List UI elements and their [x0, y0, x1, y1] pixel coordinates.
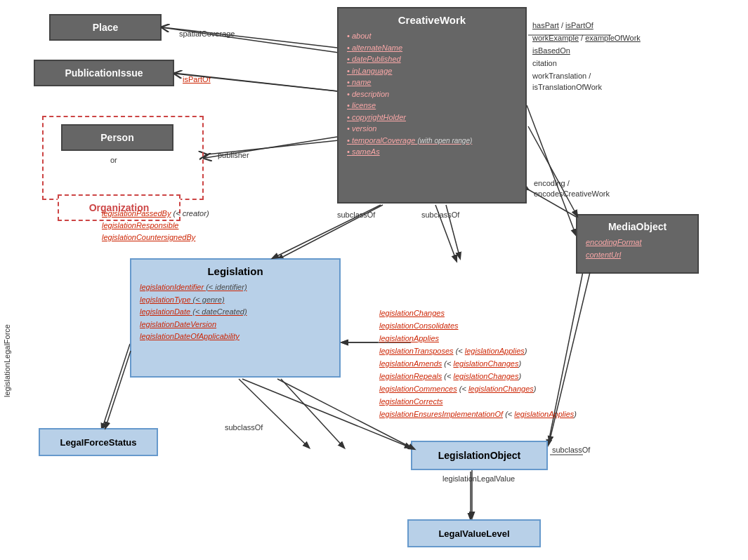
legislation-consolidates-label: legislationConsolidates — [379, 321, 459, 330]
media-object-properties: encodingFormat contentUrl — [586, 236, 689, 261]
encoding-label: encoding / — [534, 179, 570, 187]
leg-date-version: legislationDateVersion — [140, 319, 331, 331]
place-node: Place — [49, 14, 162, 41]
svg-line-7 — [239, 379, 309, 448]
legislation-passed-by-label: legislationPassedBy (< creator) — [102, 209, 209, 218]
person-node: Person — [61, 124, 173, 151]
cw-date-published: datePublished — [347, 53, 517, 65]
svg-line-24 — [105, 351, 131, 428]
leg-date: legislationDate (< dateCreated) — [140, 306, 331, 319]
subclass-of-4-label: subclassOf — [552, 446, 590, 454]
citation-label: citation — [532, 59, 557, 67]
legislation-object-label: LegislationObject — [438, 450, 520, 461]
publication-issue-node: PublicationIssue — [34, 60, 174, 86]
cw-copyright-holder: copyrightHolder — [347, 112, 517, 124]
legal-value-level-label: LegalValueLevel — [438, 528, 509, 539]
legislation-changes-label: legislationChanges — [379, 309, 445, 317]
media-object-node: MediaObject encodingFormat contentUrl — [576, 214, 699, 274]
cw-in-language: inLanguage — [347, 65, 517, 77]
svg-line-8 — [281, 379, 344, 448]
person-label: Person — [100, 132, 133, 143]
subclass-of-3-label: subclassOf — [225, 423, 263, 432]
mo-encoding-format: encodingFormat — [586, 236, 689, 249]
creative-work-node: CreativeWork about alternateName datePub… — [337, 7, 527, 204]
encodes-creative-work-label: encodesCreativeWork — [534, 189, 610, 198]
legislation-ensures-label: legislationEnsuresImplementationOf (< le… — [379, 410, 577, 418]
cw-version: version — [347, 123, 517, 135]
legislation-properties: legislationIdentifier (< identifier) leg… — [140, 281, 331, 343]
svg-line-5 — [527, 105, 576, 235]
leg-identifier: legislationIdentifier (< identifier) — [140, 281, 331, 294]
mo-content-url: contentUrl — [586, 249, 689, 262]
cw-description: description — [347, 88, 517, 100]
legislation-legal-value-label: legislationLegalValue — [442, 474, 515, 483]
is-part-of-label: isPartOf — [183, 75, 211, 84]
legislation-node: Legislation legislationIdentifier (< ide… — [130, 258, 341, 378]
work-translation-label: workTranslation / — [532, 72, 591, 80]
place-label: Place — [93, 22, 119, 33]
cw-license: license — [347, 100, 517, 112]
spatial-coverage-label: spatialCoverage — [179, 29, 235, 38]
media-object-title: MediaObject — [586, 221, 689, 232]
legal-force-status-label: LegalForceStatus — [60, 437, 136, 448]
legislation-amends-label: legislationAmends (< legislationChanges) — [379, 359, 521, 368]
legislation-responsible-label: legislationResponsible — [102, 221, 178, 229]
svg-line-6 — [548, 272, 583, 446]
svg-line-9 — [102, 344, 130, 429]
legal-value-level-node: LegalValueLevel — [407, 519, 541, 547]
creative-work-properties: about alternateName datePublished inLang… — [347, 30, 517, 158]
leg-date-applicability: legislationDateOfApplicability — [140, 331, 331, 343]
work-example-label: workExample / exampleOfWork — [532, 34, 641, 42]
legislation-object-node: LegislationObject — [411, 441, 548, 470]
or-label: or — [110, 156, 117, 164]
is-based-on-label: isBasedOn — [532, 46, 570, 55]
person-org-container: Person or Organization — [42, 116, 204, 200]
cw-alternate-name: alternateName — [347, 42, 517, 54]
subclass-of-1-label: subclassOf — [337, 211, 375, 219]
legislation-repeals-label: legislationRepeals (< legislationChanges… — [379, 372, 521, 380]
cw-name: name — [347, 76, 517, 88]
publisher-label: publisher — [218, 151, 249, 159]
legislation-corrects-label: legislationCorrects — [379, 397, 442, 406]
legislation-commences-label: legislationCommences (< legislationChang… — [379, 385, 537, 393]
has-part-label: hasPart / isPartOf — [532, 21, 593, 29]
subclass-of-2-label: subclassOf — [421, 211, 459, 219]
leg-type: legislationType (< genre) — [140, 294, 331, 307]
diagram: Place PublicationIssue spatialCoverage i… — [0, 0, 748, 560]
cw-about: about — [347, 30, 517, 42]
cw-same-as: sameAs — [347, 146, 517, 158]
legislation-legal-force-label: legislationLegalForce — [3, 324, 11, 397]
legislation-countersigned-label: legislationCountersignedBy — [102, 233, 195, 241]
legislation-title: Legislation — [140, 265, 331, 277]
svg-line-20 — [528, 126, 577, 216]
legislation-applies-label: legislationApplies — [379, 334, 439, 342]
creative-work-title: CreativeWork — [347, 14, 517, 26]
is-translation-label: isTranslationOfWork — [532, 83, 602, 91]
legislation-transposes-label: legislationTransposes (< legislationAppl… — [379, 347, 527, 355]
cw-temporal-coverage: temporalCoverage (with open range) — [347, 135, 517, 147]
publication-issue-label: PublicationIssue — [65, 67, 143, 79]
legal-force-status-node: LegalForceStatus — [39, 428, 158, 456]
